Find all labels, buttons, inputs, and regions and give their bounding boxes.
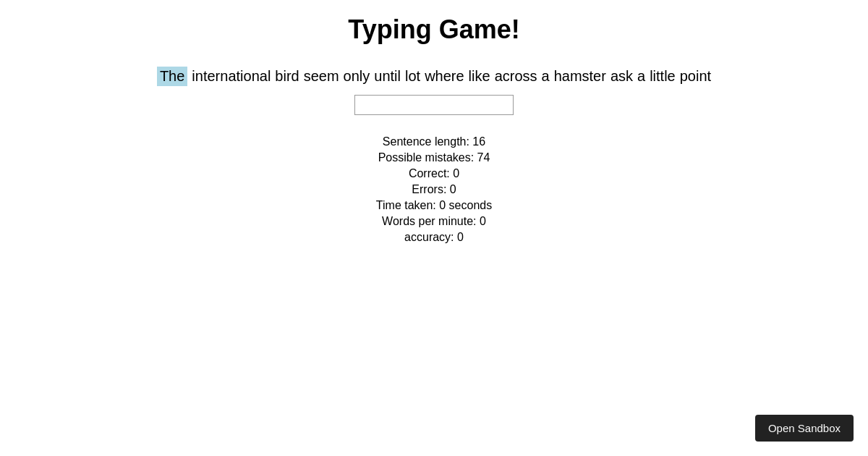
errors-stat: Errors: 0 — [412, 183, 456, 196]
sentence-word: across — [495, 68, 537, 85]
sentence-word: where — [425, 68, 464, 85]
sentence-container: Theinternationalbirdseemonlyuntillotwher… — [85, 67, 783, 86]
sentence-word: The — [157, 67, 187, 86]
sentence-word: hamster — [554, 68, 606, 85]
stats-container: Sentence length: 16 Possible mistakes: 7… — [376, 135, 492, 244]
sentence-word: a — [637, 68, 645, 85]
sentence-word: bird — [275, 68, 299, 85]
typing-input[interactable] — [354, 95, 514, 115]
sentence-word: point — [680, 68, 711, 85]
wpm-stat: Words per minute: 0 — [382, 215, 486, 228]
sentence-word: only — [344, 68, 370, 85]
time-taken-stat: Time taken: 0 seconds — [376, 199, 492, 212]
sentence-word: lot — [405, 68, 420, 85]
sentence-word: until — [374, 68, 401, 85]
open-sandbox-button[interactable]: Open Sandbox — [755, 415, 854, 442]
sentence-word: like — [469, 68, 490, 85]
possible-mistakes-stat: Possible mistakes: 74 — [378, 151, 490, 164]
sentence-word: little — [650, 68, 676, 85]
sentence-length-stat: Sentence length: 16 — [383, 135, 485, 148]
correct-stat: Correct: 0 — [409, 167, 459, 180]
page-title: Typing Game! — [348, 14, 519, 45]
sentence-word: ask — [610, 68, 633, 85]
sentence-word: seem — [304, 68, 339, 85]
accuracy-stat: accuracy: 0 — [404, 231, 464, 244]
input-container — [354, 95, 514, 115]
sentence-word: a — [542, 68, 550, 85]
sentence-word: international — [192, 68, 271, 85]
